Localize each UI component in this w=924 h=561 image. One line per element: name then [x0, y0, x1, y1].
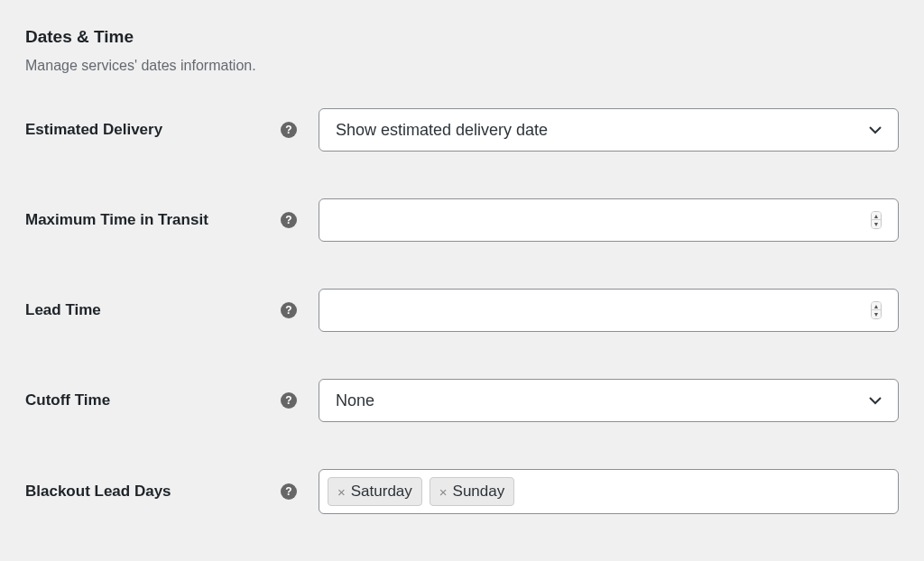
blackout-lead-days-input[interactable]: × Saturday × Sunday — [319, 469, 899, 514]
label-lead-time: Lead Time — [25, 301, 281, 319]
number-stepper: ▲ ▼ — [871, 211, 882, 229]
max-time-in-transit-input[interactable] — [336, 211, 871, 229]
tag-label: Saturday — [351, 483, 412, 501]
label-max-time-in-transit: Maximum Time in Transit — [25, 211, 281, 229]
label-col: Lead Time ? — [25, 301, 319, 319]
label-col: Cutoff Time ? — [25, 391, 319, 409]
field-col: ▲ ▼ — [319, 198, 899, 242]
chevron-down-icon — [869, 124, 882, 136]
estimated-delivery-select[interactable]: Show estimated delivery date — [319, 108, 899, 152]
field-col: Show estimated delivery date — [319, 108, 899, 152]
select-value: Show estimated delivery date — [336, 121, 869, 140]
help-icon[interactable]: ? — [281, 212, 297, 228]
select-value: None — [336, 391, 869, 410]
tag-remove-icon[interactable]: × — [337, 484, 346, 500]
help-icon[interactable]: ? — [281, 483, 297, 500]
label-estimated-delivery: Estimated Delivery — [25, 121, 281, 139]
row-max-time-in-transit: Maximum Time in Transit ? ▲ ▼ — [25, 198, 899, 242]
help-icon[interactable]: ? — [281, 392, 297, 409]
tag-label: Sunday — [453, 483, 505, 501]
stepper-up-icon[interactable]: ▲ — [872, 302, 881, 310]
lead-time-input-wrap: ▲ ▼ — [319, 289, 899, 332]
tag-remove-icon[interactable]: × — [439, 484, 448, 500]
label-col: Blackout Lead Days ? — [25, 483, 319, 501]
section-description: Manage services' dates information. — [25, 58, 899, 74]
label-blackout-lead-days: Blackout Lead Days — [25, 483, 281, 501]
stepper-down-icon[interactable]: ▼ — [872, 220, 881, 228]
max-time-in-transit-input-wrap: ▲ ▼ — [319, 198, 899, 242]
row-cutoff-time: Cutoff Time ? None — [25, 379, 899, 422]
label-col: Estimated Delivery ? — [25, 121, 319, 139]
field-col: × Saturday × Sunday — [319, 469, 899, 514]
help-icon[interactable]: ? — [281, 302, 297, 318]
field-col: None — [319, 379, 899, 422]
tag: × Sunday — [430, 477, 514, 506]
help-icon[interactable]: ? — [281, 122, 297, 138]
chevron-down-icon — [869, 394, 882, 407]
row-lead-time: Lead Time ? ▲ ▼ — [25, 289, 899, 332]
stepper-down-icon[interactable]: ▼ — [872, 310, 881, 318]
label-cutoff-time: Cutoff Time — [25, 391, 281, 409]
stepper-up-icon[interactable]: ▲ — [872, 212, 881, 220]
row-estimated-delivery: Estimated Delivery ? Show estimated deli… — [25, 108, 899, 152]
row-blackout-lead-days: Blackout Lead Days ? × Saturday × Sunday — [25, 469, 899, 514]
tag: × Saturday — [328, 477, 422, 506]
field-col: ▲ ▼ — [319, 289, 899, 332]
number-stepper: ▲ ▼ — [871, 301, 882, 319]
label-col: Maximum Time in Transit ? — [25, 211, 319, 229]
section-title: Dates & Time — [25, 27, 899, 47]
lead-time-input[interactable] — [336, 301, 871, 319]
cutoff-time-select[interactable]: None — [319, 379, 899, 422]
